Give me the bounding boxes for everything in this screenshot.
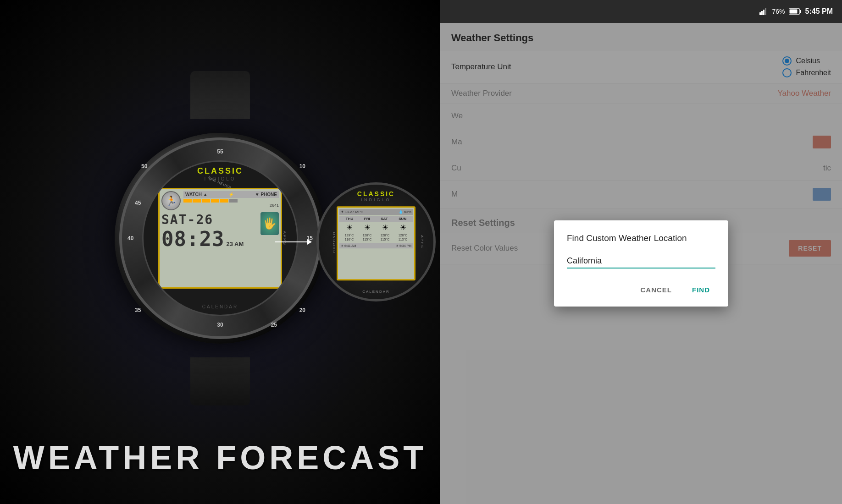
zoomed-indiglo-label: INDIGLO	[357, 197, 395, 202]
high-temps-row: 129°C 128°C 128°C 128°C	[339, 233, 413, 237]
left-panel: 55 10 15 20 25 30 35 40 45 50 CLASSIC IN…	[0, 0, 440, 504]
day-headers: THU FRI SAT SUN	[339, 216, 413, 222]
svg-rect-6	[789, 10, 797, 14]
svg-rect-5	[800, 10, 801, 13]
settings-content: Weather Settings Temperature Unit Celsiu…	[440, 23, 842, 504]
status-icons: 76% 5:45 PM	[759, 7, 833, 16]
watch-face: CLASSIC INDIGLO CHRONO APPS CALENDAR TAG…	[142, 160, 298, 316]
low-fri: 115°C	[363, 238, 372, 241]
svg-rect-2	[763, 10, 764, 15]
zoom-indicator: CLASSIC INDIGLO CHRONO APPS CALENDAR ✦ 1…	[275, 182, 436, 301]
dialog-box: Find Custom Weather Location CANCEL FIND	[554, 220, 728, 307]
watch-classic-label: CLASSIC	[197, 166, 243, 176]
watch-calendar-label: CALENDAR	[202, 304, 238, 309]
watch-strap-top	[190, 71, 250, 119]
low-thu: 116°C	[345, 238, 354, 241]
zoomed-classic-area: CLASSIC INDIGLO	[357, 190, 395, 202]
bezel-num-50: 50	[141, 163, 147, 170]
weather-icons-row: ☀ ☀ ☀ ☀	[339, 222, 413, 233]
day-fri: FRI	[364, 217, 370, 221]
zoomed-calendar-label: CALENDAR	[362, 290, 390, 294]
svg-rect-0	[759, 12, 761, 15]
bezel-num-30: 30	[217, 322, 223, 328]
watch-time: 08:23	[161, 227, 224, 251]
day-thu: THU	[346, 217, 353, 221]
bezel-num-40: 40	[127, 235, 133, 241]
bezel-num-35: 35	[135, 307, 141, 313]
high-fri: 128°C	[363, 234, 372, 237]
sun-icon-2: ☀	[364, 223, 371, 232]
high-sun: 128°C	[399, 234, 408, 237]
status-time: 5:45 PM	[805, 7, 833, 16]
day-sat: SAT	[381, 217, 388, 221]
watch-screen: 🏃 WATCH ▲ ⚡ ▼ PHONE	[158, 188, 282, 289]
high-thu: 129°C	[345, 234, 354, 237]
dialog-title: Find Custom Weather Location	[567, 233, 715, 243]
svg-rect-3	[765, 8, 766, 15]
bezel-num-55: 55	[217, 148, 223, 155]
watch-strap-bottom	[190, 357, 250, 405]
arrow-head	[307, 239, 312, 245]
sun-icon-1: ☀	[346, 223, 353, 232]
zoomed-classic-label: CLASSIC	[357, 190, 395, 197]
bezel-num-25: 25	[271, 322, 277, 328]
signal-icon	[759, 8, 769, 15]
find-button[interactable]: FIND	[687, 282, 715, 297]
bezel-num-45: 45	[135, 200, 141, 206]
step-icon: 🏃	[161, 191, 181, 210]
high-sat: 128°C	[381, 234, 390, 237]
low-sun: 113°C	[399, 238, 408, 241]
step-count: 2641	[183, 203, 279, 208]
battery-percent: 76%	[772, 8, 785, 15]
low-temps-row: 116°C 115°C 115°C 113°C	[339, 237, 413, 241]
zoomed-apps-label: APPS	[420, 235, 424, 248]
zoomed-screen: ✦ 11.27 MPH 💧 63% THU FRI SAT SUN ☀ ☀ ☀ …	[337, 206, 415, 280]
right-panel: Idea 76% 5:45 PM Weather Settings	[440, 0, 842, 504]
watch-ampm: 23 AM	[226, 241, 244, 248]
status-bar: Idea 76% 5:45 PM	[440, 0, 842, 23]
bezel-num-10: 10	[299, 163, 305, 170]
sun-icon-3: ☀	[382, 223, 388, 232]
dialog-overlay: Find Custom Weather Location CANCEL FIND	[440, 23, 842, 504]
weather-top-row: ✦ 11.27 MPH 💧 63%	[339, 209, 413, 215]
zoomed-chrono-label: CHRONO	[332, 231, 336, 253]
watch-mode-phone: ▼ PHONE	[255, 192, 277, 197]
cancel-button[interactable]: CANCEL	[635, 282, 678, 297]
watch-mode-watch: WATCH ▲	[185, 192, 208, 197]
zoomed-watch: CLASSIC INDIGLO CHRONO APPS CALENDAR ✦ 1…	[316, 182, 436, 301]
sun-icon-4: ☀	[400, 223, 406, 232]
location-input[interactable]	[567, 254, 715, 268]
watch-mode-lightning: ⚡	[228, 192, 234, 197]
weather-forecast-title: WEATHER FORECAST	[13, 439, 427, 477]
battery-icon	[789, 8, 802, 15]
arrow-container	[275, 239, 312, 245]
svg-rect-1	[761, 11, 763, 15]
arrow-line	[275, 241, 307, 242]
dialog-buttons: CANCEL FIND	[567, 282, 715, 297]
day-sun: SUN	[399, 217, 406, 221]
sun-times-row: ☀ 6:41 AM ☀ 5:34 PM	[339, 243, 413, 248]
bezel-num-20: 20	[299, 307, 305, 313]
low-sat: 115°C	[381, 238, 390, 241]
